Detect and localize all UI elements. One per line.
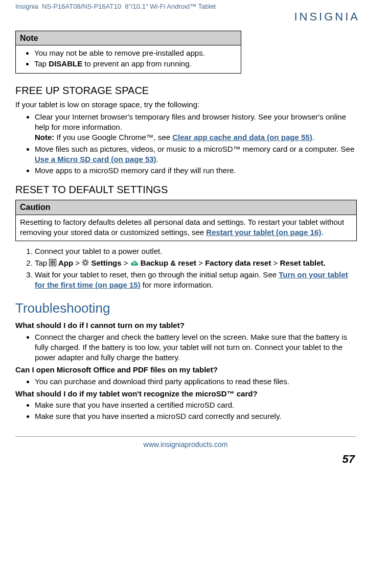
step-bold: App [56, 258, 73, 267]
gear-icon [82, 258, 89, 269]
note-box: Note You may not be able to remove pre-i… [15, 31, 241, 74]
step-item: Connect your tablet to a power outlet. [35, 246, 356, 256]
svg-point-7 [51, 263, 52, 264]
step-item: Wait for your tablet to reset, then go t… [35, 270, 356, 291]
inline-note-label: Note: [35, 133, 54, 142]
svg-point-6 [54, 262, 55, 263]
step-sep: > [271, 258, 280, 267]
faq-answer: Make sure that you have inserted a certi… [35, 400, 356, 410]
note-bold: DISABLE [49, 59, 82, 68]
step-text: Wait for your tablet to reset, then go t… [35, 270, 279, 279]
link-clear-cache[interactable]: Clear app cache and data (on page 55) [172, 133, 312, 142]
desc: 8"/10.1" Wi-Fi Android™ Tablet [125, 3, 216, 10]
body-text: Move apps to a microSD memory card if th… [35, 166, 236, 175]
link-restart-tablet[interactable]: Restart your tablet (on page 16) [206, 228, 321, 237]
footer-url: www.insigniaproducts.com [15, 440, 356, 450]
list-item: Move apps to a microSD memory card if th… [35, 166, 356, 176]
svg-line-17 [87, 264, 88, 265]
faq-answer: Make sure that you have inserted a micro… [35, 411, 356, 421]
step-bold: Settings [89, 258, 121, 267]
step-text: for more information. [141, 280, 214, 289]
link-use-microsd[interactable]: Use a Micro SD card (on page 53) [35, 155, 156, 163]
note-text: to prevent an app from running. [82, 59, 191, 68]
step-item: Tap App > Settings > Backup & reset > Fa… [35, 258, 356, 269]
step-bold: Backup & reset [139, 258, 196, 267]
section-heading-free-up: FREE UP STORAGE SPACE [15, 84, 356, 98]
list-item: Clear your Internet browser's temporary … [35, 112, 356, 143]
apps-icon [49, 258, 56, 269]
svg-point-1 [51, 260, 52, 261]
step-sep: > [73, 258, 82, 267]
page-number: 57 [15, 452, 356, 467]
faq-answer: You can purchase and download third part… [35, 377, 356, 387]
body-text: If you use Google Chrome™, see [54, 133, 172, 142]
step-text: Connect your tablet to a power outlet. [35, 247, 162, 255]
brand-logo: INSIGNIA [294, 9, 360, 25]
body-text: Clear your Internet browser's temporary … [35, 112, 346, 131]
body-text: . [312, 133, 314, 142]
faq-question: What should I do if I cannot turn on my … [15, 320, 356, 331]
svg-point-11 [84, 262, 86, 264]
free-up-intro: If your tablet is low on storage space, … [15, 100, 356, 110]
step-sep: > [196, 258, 205, 267]
body-text: Move files such as pictures, videos, or … [35, 145, 354, 153]
faq-question: Can I open Microsoft Office and PDF file… [15, 365, 356, 375]
svg-point-4 [51, 262, 52, 263]
note-item: You may not be able to remove pre-instal… [34, 48, 237, 58]
section-heading-reset: RESET TO DEFAULT SETTINGS [15, 183, 356, 197]
note-item: Tap DISABLE to prevent an app from runni… [34, 59, 237, 69]
note-title: Note [16, 31, 241, 46]
faq-question: What should I do if my tablet won't reco… [15, 389, 356, 399]
svg-point-2 [52, 260, 53, 261]
svg-point-9 [54, 263, 55, 264]
step-sep: > [122, 258, 130, 267]
svg-point-3 [54, 260, 55, 261]
list-item: Move files such as pictures, videos, or … [35, 144, 356, 165]
note-text: Tap [34, 59, 49, 68]
note-text: You may not be able to remove pre-instal… [34, 49, 205, 57]
model: NS-P16AT08/NS-P16AT10 [42, 3, 121, 10]
faq-answer: Connect the charger and check the batter… [35, 332, 356, 363]
svg-line-19 [83, 264, 84, 265]
svg-point-8 [52, 263, 53, 264]
step-bold: Reset tablet. [280, 258, 326, 267]
step-text: Tap [35, 258, 49, 267]
caution-title: Caution [16, 200, 356, 215]
section-heading-troubleshooting: Troubleshooting [15, 299, 356, 317]
svg-line-18 [87, 260, 88, 261]
body-text: . [156, 155, 158, 163]
caution-text: . [321, 228, 323, 237]
svg-line-16 [83, 260, 84, 261]
svg-point-5 [52, 262, 53, 263]
footer-rule [15, 436, 356, 437]
caution-box: Caution Resetting to factory defaults de… [15, 200, 357, 241]
brand: Insignia [15, 3, 38, 10]
cloud-upload-icon [130, 258, 139, 269]
step-bold: Factory data reset [205, 258, 271, 267]
